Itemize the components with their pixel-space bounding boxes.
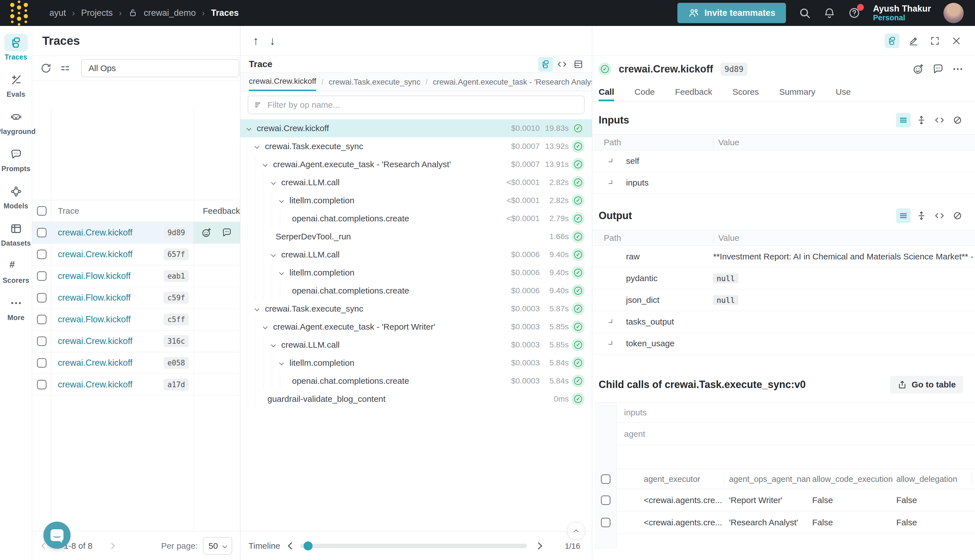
- timeline-slider[interactable]: [300, 543, 527, 548]
- go-to-table-button[interactable]: Go to table: [890, 376, 963, 393]
- trace-path-tab[interactable]: crewai.Task.execute_sync: [329, 73, 420, 91]
- trace-tree-row[interactable]: guardrail-validate_blog_content0ms✓: [240, 390, 592, 408]
- table-row[interactable]: <crewai.agents.cre...'Report Writer'Fals…: [617, 489, 975, 512]
- row-checkbox[interactable]: [37, 358, 47, 368]
- code-view-icon[interactable]: [932, 113, 947, 127]
- user-info[interactable]: Ayush Thakur Personal: [873, 4, 931, 23]
- chevron-down-icon[interactable]: [263, 325, 268, 329]
- chat-button[interactable]: [43, 522, 70, 549]
- property-row[interactable]: json_dictnull: [592, 289, 975, 311]
- next-page-icon[interactable]: [109, 543, 115, 549]
- timeline-thumb[interactable]: [304, 542, 312, 550]
- trace-tree-row[interactable]: openai.chat.completions.create$0.00035.8…: [240, 372, 592, 390]
- bell-icon[interactable]: [823, 7, 836, 19]
- comment-icon[interactable]: [932, 63, 944, 75]
- fullscreen-button[interactable]: [928, 33, 942, 48]
- arrow-up-icon[interactable]: ↑: [253, 34, 259, 48]
- op-filter-input[interactable]: Filter by op name...: [248, 96, 584, 114]
- select-all-checkbox[interactable]: [37, 206, 47, 216]
- trace-tree-row[interactable]: litellm.completion$0.00069.40s✓: [240, 263, 592, 282]
- ops-filter-select[interactable]: All Ops: [81, 59, 239, 77]
- trace-tree-row[interactable]: crewai.Agent.execute_task - 'Report Writ…: [240, 318, 592, 336]
- trace-tree-row[interactable]: crewai.LLM.call<$0.00012.82s✓: [240, 173, 592, 192]
- chevron-down-icon[interactable]: [271, 252, 276, 257]
- list-view-icon[interactable]: [896, 208, 911, 223]
- tab-feedback[interactable]: Feedback: [675, 82, 712, 101]
- property-row[interactable]: raw**Investment Report: AI in Chemical a…: [592, 246, 975, 268]
- refresh-icon[interactable]: [40, 62, 52, 74]
- add-reaction-icon[interactable]: [912, 63, 924, 75]
- row-checkbox[interactable]: [37, 250, 47, 259]
- timeline-next-icon[interactable]: [535, 542, 542, 549]
- table-row[interactable]: crewai.Crew.kickoff657f: [32, 243, 240, 265]
- table-row[interactable]: <crewai.agents.cre...'Research Analyst'F…: [617, 512, 975, 534]
- close-button[interactable]: [949, 33, 964, 48]
- table-row[interactable]: crewai.Crew.kickoffe058: [32, 352, 240, 374]
- property-row[interactable]: self: [592, 150, 975, 172]
- chevron-down-icon[interactable]: [279, 270, 284, 275]
- trace-tree-row[interactable]: crewai.LLM.call$0.00035.85s✓: [240, 336, 592, 354]
- tab-call[interactable]: Call: [599, 82, 614, 101]
- chevron-right-icon[interactable]: [609, 158, 612, 162]
- property-row[interactable]: pydanticnull: [592, 268, 975, 289]
- trace-link[interactable]: crewai.Crew.kickoff: [58, 336, 133, 346]
- table-row[interactable]: crewai.Crew.kickoffa17d: [32, 374, 240, 396]
- table-row[interactable]: crewai.Crew.kickoff316c: [32, 330, 240, 352]
- trace-path-tab[interactable]: crewai.Agent.execute_task - 'Research An…: [433, 73, 592, 91]
- sidebar-item-scorers[interactable]: #Scorers: [0, 257, 32, 294]
- sidebar-item-models[interactable]: Models: [0, 183, 32, 220]
- trace-path-tab[interactable]: crewai.Crew.kickoff: [249, 73, 316, 91]
- select-all-checkbox[interactable]: [601, 474, 611, 484]
- row-checkbox[interactable]: [37, 380, 47, 389]
- call-id-badge[interactable]: 9d89: [721, 63, 747, 76]
- chevron-right-icon[interactable]: [609, 341, 612, 345]
- trace-tree-row[interactable]: crewai.Crew.kickoff$0.001019.83s✓: [240, 119, 592, 137]
- wandb-logo-icon[interactable]: [10, 0, 28, 26]
- tab-use[interactable]: Use: [836, 82, 851, 101]
- sidebar-item-more[interactable]: More: [0, 294, 32, 332]
- trace-tree-row[interactable]: crewai.LLM.call$0.00069.40s✓: [240, 246, 592, 263]
- show-tree-button[interactable]: [885, 33, 899, 48]
- table-row[interactable]: crewai.Flow.kickoffc59f: [32, 287, 240, 309]
- breadcrumb-item-crewai_demo[interactable]: crewai_demo: [144, 8, 196, 18]
- code-view-button[interactable]: [555, 57, 569, 72]
- trace-link[interactable]: crewai.Crew.kickoff: [58, 380, 133, 390]
- sidebar-item-traces[interactable]: Traces: [0, 34, 32, 71]
- arrow-down-icon[interactable]: ↓: [269, 34, 275, 48]
- avatar[interactable]: [943, 3, 964, 23]
- trace-tree-row[interactable]: litellm.completion<$0.00012.82s✓: [240, 192, 592, 210]
- sidebar-item-datasets[interactable]: Datasets: [0, 220, 32, 257]
- table-row[interactable]: crewai.Flow.kickoffc5ff: [32, 309, 240, 330]
- chevron-down-icon[interactable]: [247, 126, 251, 131]
- code-view-icon[interactable]: [932, 208, 947, 223]
- trace-tree-row[interactable]: openai.chat.completions.create<$0.00012.…: [240, 210, 592, 228]
- sidebar-item-playground[interactable]: Playground: [0, 108, 32, 145]
- comment-icon[interactable]: [222, 227, 232, 238]
- trace-tree-row[interactable]: litellm.completion$0.00035.84s✓: [240, 354, 592, 372]
- invite-teammates-button[interactable]: Invite teammates: [677, 3, 786, 23]
- trace-link[interactable]: crewai.Crew.kickoff: [58, 358, 133, 368]
- trace-tree-row[interactable]: crewai.Task.execute_sync$0.000713.92s✓: [240, 137, 592, 155]
- add-reaction-icon[interactable]: [201, 227, 212, 238]
- expand-rows-icon[interactable]: [914, 208, 929, 223]
- chevron-down-icon[interactable]: [279, 361, 284, 365]
- chevron-right-icon[interactable]: [609, 319, 612, 323]
- overflow-menu-icon[interactable]: [952, 63, 964, 75]
- expand-rows-icon[interactable]: [914, 113, 929, 127]
- trace-link[interactable]: crewai.Crew.kickoff: [58, 228, 133, 238]
- row-checkbox[interactable]: [37, 337, 47, 346]
- row-checkbox[interactable]: [37, 228, 47, 237]
- chevron-down-icon[interactable]: [279, 198, 284, 203]
- trace-link[interactable]: crewai.Flow.kickoff: [58, 271, 130, 281]
- list-view-icon[interactable]: [896, 113, 911, 127]
- row-checkbox[interactable]: [601, 518, 611, 527]
- breadcrumb-item-Traces[interactable]: Traces: [211, 8, 239, 18]
- timeline-prev-icon[interactable]: [288, 542, 295, 549]
- trace-link[interactable]: crewai.Flow.kickoff: [58, 293, 130, 303]
- chevron-right-icon[interactable]: [609, 180, 612, 184]
- tab-summary[interactable]: Summary: [779, 82, 815, 101]
- trace-tree-row[interactable]: crewai.Agent.execute_task - 'Research An…: [240, 155, 592, 173]
- sidebar-item-prompts[interactable]: Prompts: [0, 145, 32, 183]
- trace-tree-row[interactable]: openai.chat.completions.create$0.00069.4…: [240, 282, 592, 300]
- hide-icon[interactable]: [950, 208, 965, 223]
